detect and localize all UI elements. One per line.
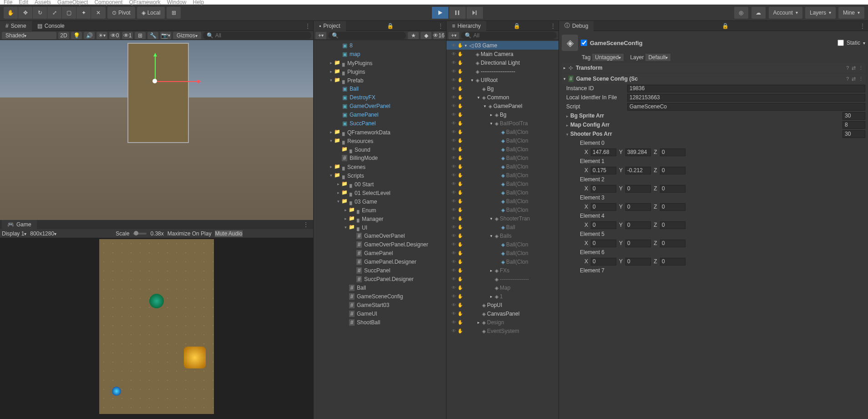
- project-tree[interactable]: ▣8▣map▸📁MyPlugins▸📁Plugins▾📁Prefab▣Ball▣…: [314, 40, 446, 419]
- lock-icon[interactable]: 🔒: [384, 23, 396, 29]
- panel-options-icon[interactable]: ⋮: [300, 221, 311, 228]
- filter-fav[interactable]: ★: [408, 32, 419, 39]
- hierarchy-item[interactable]: 👁 ✋Bg: [447, 84, 558, 93]
- scene-search[interactable]: 🔍: [203, 32, 311, 39]
- hierarchy-item[interactable]: 👁 ✋Ball(Clon: [447, 188, 558, 197]
- hierarchy-item[interactable]: 👁 ✋Map: [447, 283, 558, 292]
- project-item[interactable]: ▸📁01 SelectLevel: [314, 188, 446, 197]
- menu-help[interactable]: Help: [193, 0, 204, 5]
- hierarchy-item[interactable]: 👁 ✋▸1: [447, 292, 558, 301]
- custom-tool[interactable]: ✕: [91, 7, 106, 19]
- move-tool[interactable]: ✥: [18, 7, 33, 19]
- project-item[interactable]: #GamePanel.Designer: [314, 257, 446, 266]
- lock-icon[interactable]: 🔒: [719, 23, 731, 29]
- hierarchy-item[interactable]: 👁 ✋Directional Light: [447, 58, 558, 67]
- project-item[interactable]: ▾📁Scripts: [314, 171, 446, 179]
- project-item[interactable]: #GameStart03: [314, 301, 446, 309]
- gameobject-name[interactable]: GameSceneConfig: [590, 40, 835, 46]
- hierarchy-item[interactable]: 👁 ✋▾ShooterTran: [447, 214, 558, 223]
- project-item[interactable]: ▸📁MyPlugins: [314, 58, 446, 67]
- hierarchy-item[interactable]: 👁 ✋Ball(Clon: [447, 257, 558, 266]
- array-size[interactable]: [843, 121, 865, 129]
- shading-dropdown[interactable]: Shaded: [2, 32, 56, 39]
- project-tab[interactable]: ▪Project: [314, 21, 346, 31]
- array-row[interactable]: Bg Sprite Arr: [562, 111, 865, 120]
- project-item[interactable]: ▣GameOverPanel: [314, 102, 446, 110]
- filter-type[interactable]: ◆: [421, 32, 431, 39]
- z-field[interactable]: [660, 240, 685, 247]
- debug-tab[interactable]: ⓘDebug: [559, 21, 594, 31]
- project-item[interactable]: ▸📁Enum: [314, 205, 446, 214]
- help-icon[interactable]: ?: [846, 76, 849, 82]
- y-field[interactable]: [625, 148, 651, 156]
- layout-dropdown[interactable]: Mine: [838, 7, 864, 19]
- project-item[interactable]: #GameOverPanel.Designer: [314, 240, 446, 249]
- hierarchy-item[interactable]: 👁 ✋EventSystem: [447, 327, 558, 335]
- hand-tool[interactable]: ✋: [4, 7, 18, 19]
- y-field[interactable]: [625, 240, 651, 247]
- hierarchy-item[interactable]: 👁 ✋▾UIRoot: [447, 76, 558, 84]
- fx-dropdown[interactable]: ☀: [96, 32, 107, 39]
- hierarchy-item[interactable]: 👁 ✋▸FXs: [447, 266, 558, 275]
- vis2-toggle[interactable]: 👁1: [122, 32, 133, 39]
- project-item[interactable]: ▣SuccPanel: [314, 119, 446, 128]
- hierarchy-item[interactable]: 👁 ✋----------------: [447, 275, 558, 283]
- hierarchy-item[interactable]: 👁 ✋▸Design: [447, 318, 558, 327]
- project-item[interactable]: ▸📁QFrameworkData: [314, 128, 446, 136]
- vis-toggle[interactable]: 👁0: [109, 32, 120, 39]
- hierarchy-item[interactable]: 👁 ✋▾Balls: [447, 231, 558, 240]
- project-item[interactable]: ▸📁Manager: [314, 214, 446, 223]
- property-value[interactable]: [627, 85, 865, 92]
- grid-toggle[interactable]: ⊞: [135, 32, 146, 39]
- hierarchy-item[interactable]: 👁 ✋▾BallPoolTra: [447, 119, 558, 128]
- y-field[interactable]: [625, 167, 651, 174]
- menu-bar[interactable]: FileEditAssetsGameObjectComponentQFramew…: [0, 0, 868, 5]
- z-field[interactable]: [660, 221, 685, 229]
- array-row[interactable]: Map Config Arr: [562, 120, 865, 129]
- audio-toggle[interactable]: 🔊: [84, 32, 95, 39]
- hierarchy-item[interactable]: 👁 ✋Ball(Clon: [447, 136, 558, 145]
- x-field[interactable]: [591, 185, 616, 193]
- console-tab[interactable]: ▤Console: [32, 21, 70, 31]
- hidden-toggle[interactable]: 👁16: [433, 32, 444, 39]
- hierarchy-item[interactable]: 👁 ✋Ball: [447, 223, 558, 231]
- gizmos-dropdown[interactable]: Gizmos: [173, 32, 201, 39]
- z-field[interactable]: [660, 148, 685, 156]
- y-field[interactable]: [625, 185, 651, 193]
- project-item[interactable]: ▾📁Prefab: [314, 76, 446, 84]
- hierarchy-item[interactable]: 👁 ✋▾GamePanel: [447, 102, 558, 110]
- pivot-toggle[interactable]: ⊙Pivot: [107, 7, 135, 19]
- hierarchy-tab[interactable]: ≡Hierarchy: [447, 21, 486, 31]
- project-item[interactable]: ▾📁Resources: [314, 136, 446, 145]
- project-item[interactable]: ▣8: [314, 41, 446, 50]
- hierarchy-item[interactable]: 👁 ✋▸Bg: [447, 110, 558, 119]
- game-view[interactable]: [0, 238, 313, 419]
- play-button[interactable]: [432, 7, 448, 19]
- property-value[interactable]: [627, 103, 865, 111]
- scene-view[interactable]: [0, 40, 313, 220]
- mute-toggle[interactable]: Mute Audio: [215, 230, 242, 237]
- hierarchy-item[interactable]: 👁 ✋CanvasPanel: [447, 309, 558, 318]
- project-item[interactable]: ▸📁00 Start: [314, 179, 446, 188]
- light-toggle[interactable]: 💡: [71, 32, 82, 39]
- y-field[interactable]: [625, 258, 651, 266]
- project-item[interactable]: #BillingMode: [314, 153, 446, 162]
- hierarchy-item[interactable]: 👁 ✋Ball(Clon: [447, 128, 558, 136]
- y-field[interactable]: [625, 203, 651, 211]
- multi-tool[interactable]: ✦: [76, 7, 91, 19]
- project-item[interactable]: #GameOverPanel: [314, 231, 446, 240]
- panel-options-icon[interactable]: ⋮: [548, 23, 558, 29]
- project-item[interactable]: ▣DestroyFX: [314, 93, 446, 102]
- camera-dropdown[interactable]: 📷: [160, 32, 171, 39]
- account-dropdown[interactable]: Account: [769, 7, 802, 19]
- project-item[interactable]: ▣Ball: [314, 84, 446, 93]
- hierarchy-item[interactable]: 👁 ✋PopUI: [447, 301, 558, 309]
- x-field[interactable]: [591, 240, 616, 247]
- z-field[interactable]: [660, 167, 685, 174]
- menu-window[interactable]: Window: [167, 0, 187, 5]
- add-dropdown[interactable]: +: [448, 32, 459, 39]
- hierarchy-item[interactable]: 👁 ✋Ball(Clon: [447, 205, 558, 214]
- hierarchy-search[interactable]: 🔍: [461, 32, 557, 39]
- snap-toggle[interactable]: ⊞: [167, 7, 181, 19]
- hierarchy-item[interactable]: 👁 ✋▾◁03 Game: [447, 41, 558, 50]
